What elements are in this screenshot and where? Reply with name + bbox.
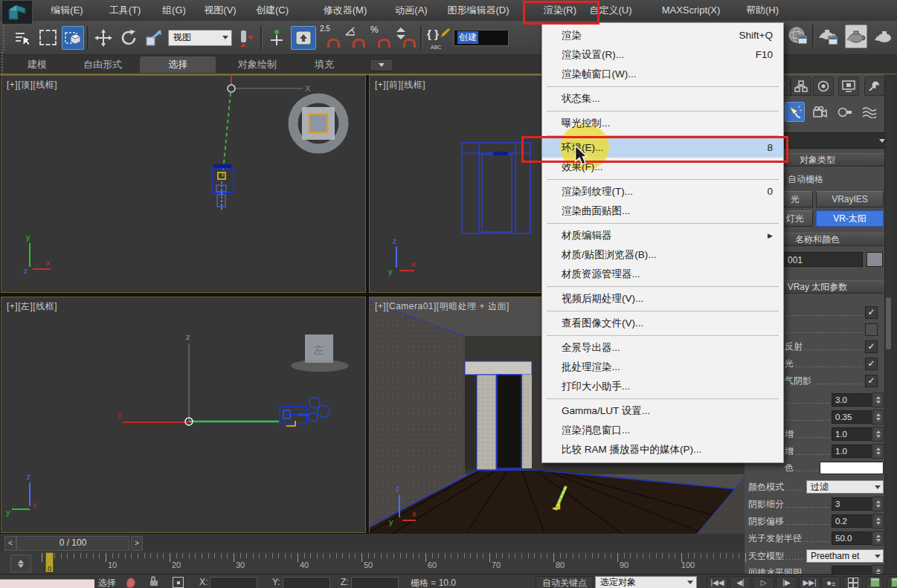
render-menu-item[interactable]: 渲染消息窗口... [542, 421, 783, 440]
use-pivot-center-icon[interactable] [235, 26, 257, 50]
window-crossing-button[interactable] [62, 26, 84, 50]
param-checkbox[interactable]: ✓ [865, 340, 878, 353]
x-coordinate-field[interactable] [210, 577, 257, 588]
select-and-rotate-icon[interactable] [118, 26, 140, 50]
next-key-button[interactable]: |▶ [776, 576, 797, 588]
param-checkbox[interactable]: ✓ [865, 358, 878, 370]
param-value-field[interactable]: 1.0 [832, 427, 872, 441]
previous-key-button[interactable]: ◀| [730, 576, 751, 588]
menubar-item-2[interactable]: 工具(T) [102, 0, 149, 21]
param-value-field[interactable] [832, 566, 872, 574]
viewcube[interactable] [293, 98, 344, 149]
category-lights-icon[interactable] [785, 102, 805, 122]
menubar-item-12[interactable]: 帮助(H) [739, 0, 786, 21]
angle-snap-icon[interactable] [344, 26, 367, 50]
spinner-control[interactable] [872, 444, 884, 459]
param-value-field[interactable]: 1.0 [832, 445, 872, 458]
vray-sun-icon[interactable] [298, 398, 329, 421]
render-setup-icon[interactable] [787, 25, 809, 48]
spinner-control[interactable] [872, 531, 884, 546]
key-mode-toggle-icon[interactable]: ●± [821, 576, 840, 588]
menubar-item-6[interactable]: 修改器(M) [316, 0, 375, 21]
render-menu-item[interactable]: 状态集... [542, 89, 783, 109]
viewport-front-label[interactable]: [+][前][线框] [375, 79, 425, 91]
rendered-frame-window-icon[interactable] [818, 25, 840, 48]
spinner-control[interactable] [872, 514, 884, 529]
y-coordinate-field[interactable] [283, 577, 330, 588]
spinner-control[interactable] [872, 565, 884, 574]
select-and-manipulate-icon[interactable] [266, 26, 288, 50]
go-to-start-button[interactable]: |◀◀ [707, 576, 728, 588]
toolbar-drag-handle[interactable] [3, 25, 8, 51]
menubar-item-7[interactable]: 动画(A) [388, 0, 434, 21]
menubar-item-5[interactable]: 创建(C) [248, 0, 296, 21]
ribbon-tab-1[interactable]: 建模 [10, 56, 64, 73]
ribbon-display-toggle[interactable] [370, 59, 393, 71]
snap-toggle-25-icon[interactable]: 2.5 [319, 26, 341, 50]
spinner-control[interactable] [872, 497, 884, 511]
param-value-field[interactable]: 3.0 [832, 393, 872, 407]
scrollbar-thumb[interactable] [886, 297, 891, 349]
tab-display[interactable] [838, 77, 859, 96]
maxscript-mini-listener[interactable] [0, 579, 94, 588]
param-select[interactable]: Preetham et [806, 549, 884, 563]
select-and-scale-icon[interactable] [143, 26, 165, 50]
reference-coordinate-dropdown[interactable]: 视图 [168, 30, 232, 46]
app-logo-button[interactable] [1, 0, 33, 25]
tab-hierarchy[interactable] [791, 77, 811, 96]
render-menu-item[interactable]: 渲染设置(R)...F10 [542, 45, 783, 65]
filter-color-swatch[interactable] [820, 462, 884, 474]
menubar-item-3[interactable]: 组(G) [155, 0, 193, 21]
select-by-name-icon[interactable] [11, 26, 33, 50]
param-checkbox[interactable] [865, 323, 878, 336]
param-checkbox[interactable]: ✓ [865, 306, 878, 319]
z-coordinate-field[interactable] [351, 577, 399, 588]
absolute-mode-transform-icon[interactable] [173, 577, 184, 588]
play-button[interactable]: ▷ [753, 576, 774, 588]
light-button-vrayies[interactable]: VRayIES [816, 191, 884, 207]
spinner-control[interactable] [872, 427, 884, 442]
render-menu-item[interactable]: 材质编辑器▶ [542, 226, 783, 245]
category-spacewarps-icon[interactable] [859, 102, 879, 122]
previous-frame-arrow[interactable]: < [4, 536, 16, 551]
render-menu-item[interactable]: 视频后期处理(V)... [542, 289, 783, 308]
param-value-field[interactable]: 3 [832, 497, 872, 511]
render-production-icon[interactable] [845, 25, 867, 48]
selection-lock-icon[interactable] [150, 581, 158, 586]
menubar-item-8[interactable]: 图形编辑器(D) [440, 0, 516, 21]
ribbon-tab-3[interactable]: 选择 [140, 56, 216, 73]
rectangular-selection-region-icon[interactable] [36, 26, 59, 50]
render-menu-item[interactable]: 曝光控制... [542, 114, 783, 133]
select-and-move-icon[interactable] [92, 26, 115, 50]
render-menu-item[interactable]: 比较 RAM 播放器中的媒体(P)... [542, 440, 783, 459]
render-menu-item[interactable]: 查看图像文件(V)... [542, 314, 783, 333]
render-menu-item[interactable]: 渲染帧窗口(W)... [542, 65, 783, 84]
tab-utilities[interactable] [864, 77, 884, 96]
edit-named-selections-icon[interactable]: { } ABC [425, 26, 451, 50]
viewcube[interactable]: 左 [291, 335, 349, 372]
menubar-item-4[interactable]: 视图(V) [196, 0, 243, 21]
render-menu-item[interactable]: 全景导出器... [542, 338, 783, 358]
render-menu-item[interactable]: 渲染Shift+Q [542, 26, 783, 45]
render-menu-item[interactable]: 打印大小助手... [542, 377, 783, 396]
isolate-selection-icon[interactable] [866, 576, 884, 588]
category-helpers-icon[interactable] [835, 102, 855, 122]
time-slider-handle[interactable]: 0 [45, 552, 54, 572]
selected-objects-icon[interactable] [887, 576, 897, 588]
render-menu-item[interactable]: 批处理渲染... [542, 358, 783, 377]
render-menu-item[interactable]: 渲染曲面贴图... [542, 201, 783, 221]
category-cameras-icon[interactable] [810, 102, 830, 122]
frame-counter[interactable]: 0 / 100 [16, 536, 129, 551]
render-menu-item[interactable]: 材质资源管理器... [542, 265, 783, 284]
ribbon-tab-2[interactable]: 自由形式 [71, 56, 135, 73]
percent-snap-icon[interactable]: % [370, 26, 392, 50]
viewport-top-label[interactable]: [+][顶][线框] [7, 79, 57, 91]
menubar-item-11[interactable]: MAXScript(X) [655, 0, 728, 21]
spinner-control[interactable] [872, 392, 884, 407]
viewport-camera-label[interactable]: [+][Camera01][明暗处理 + 边面] [375, 300, 509, 313]
render-menu-item[interactable]: Gamma/LUT 设置... [542, 401, 783, 421]
light-button-vr-sun[interactable]: VR-太阳 [816, 210, 884, 227]
param-checkbox[interactable]: ✓ [865, 375, 878, 387]
spinner-snap-icon[interactable] [395, 26, 417, 50]
room-wireframe[interactable] [212, 168, 234, 193]
